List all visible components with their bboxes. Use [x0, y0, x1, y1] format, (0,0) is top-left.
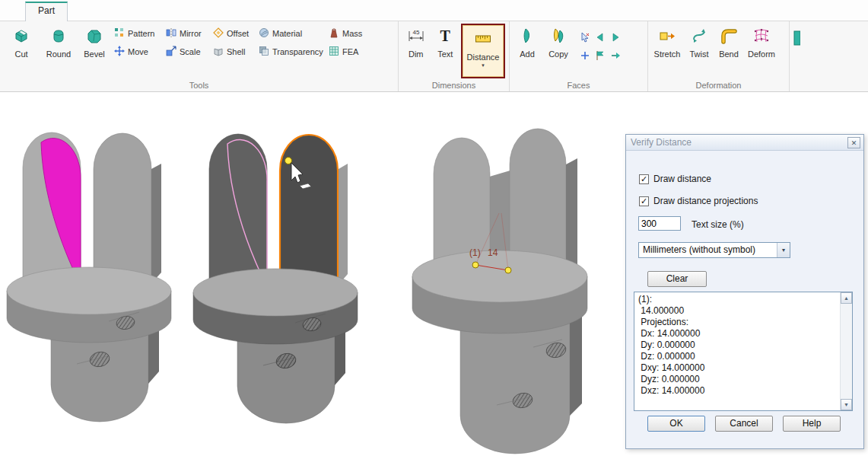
material-button[interactable]: Material: [256, 27, 326, 40]
bend-button[interactable]: Bend: [714, 23, 743, 78]
move-label: Move: [128, 47, 148, 56]
right-prong-face[interactable]: [94, 133, 151, 291]
faces-tool-cluster: [577, 23, 623, 65]
text-size-input[interactable]: [638, 216, 681, 231]
transparency-button[interactable]: Transparency: [256, 46, 326, 58]
verify-distance-dialog: Verify Distance ✕ ✓ Draw distance ✓ Draw…: [625, 134, 864, 449]
material-icon: [259, 27, 269, 40]
measure-point-2[interactable]: [505, 267, 511, 273]
part-model-3[interactable]: (1) 14: [407, 120, 620, 456]
right-prong-side[interactable]: [566, 158, 577, 277]
tab-part-label: Part: [38, 5, 55, 16]
deform-button[interactable]: Deform: [743, 23, 780, 78]
bend-label: Bend: [719, 49, 739, 59]
cut-button[interactable]: Cut: [2, 23, 40, 78]
text-button[interactable]: T Text: [431, 23, 459, 78]
copy-face-button[interactable]: Copy: [542, 23, 574, 78]
clear-button[interactable]: Clear: [647, 271, 707, 287]
dim-icon-text: 45: [412, 29, 419, 36]
face-select-icon[interactable]: [577, 28, 593, 46]
draw-projections-checkbox[interactable]: ✓ Draw distance projections: [639, 196, 758, 206]
cancel-button[interactable]: Cancel: [715, 416, 773, 432]
viewport-canvas[interactable]: (1) 14 Verify Distance ✕ ✓ Draw distance…: [0, 93, 868, 456]
part-model-1[interactable]: [4, 122, 183, 426]
ok-button[interactable]: OK: [647, 416, 705, 432]
shell-icon: [213, 46, 224, 58]
fea-label: FEA: [342, 47, 358, 56]
results-text: (1): 14.000000 Projections: Dx: 14.00000…: [638, 294, 837, 409]
stretch-icon: [659, 26, 676, 46]
results-box[interactable]: (1): 14.000000 Projections: Dx: 14.00000…: [634, 292, 853, 411]
stretch-button[interactable]: Stretch: [650, 23, 684, 78]
pattern-label: Pattern: [128, 29, 154, 38]
deform-icon: [753, 26, 770, 46]
add-face-button[interactable]: Add: [512, 23, 542, 78]
tools-group-label: Tools: [0, 81, 398, 90]
bevel-button[interactable]: Bevel: [77, 23, 112, 78]
distance-label: Distance: [467, 53, 500, 62]
twist-label: Twist: [689, 49, 708, 59]
units-selected-value: Millimeters (without symbol): [639, 243, 777, 257]
material-label: Material: [272, 29, 302, 38]
measure-point-1[interactable]: [472, 262, 479, 268]
right-prong-side[interactable]: [339, 164, 348, 285]
dim-label: Dim: [409, 49, 424, 59]
face-forward-icon[interactable]: [608, 46, 623, 65]
move-icon: [114, 46, 125, 58]
units-dropdown[interactable]: Millimeters (without symbol) ▾: [638, 242, 790, 258]
face-prev-icon[interactable]: [593, 28, 608, 46]
add-face-icon: [519, 26, 536, 46]
dimensions-buttons: 45 Dim T Text Distance ▼: [399, 21, 509, 79]
copy-face-label: Copy: [548, 49, 568, 59]
dim-button[interactable]: 45 Dim: [401, 23, 431, 78]
tab-part[interactable]: Part: [25, 2, 68, 21]
shell-button[interactable]: Shell: [211, 46, 256, 58]
scroll-up-icon[interactable]: ▲: [841, 292, 852, 304]
mass-icon: [329, 27, 339, 40]
dialog-titlebar[interactable]: Verify Distance: [626, 135, 863, 151]
results-scrollbar[interactable]: ▲ ▼: [840, 292, 852, 410]
add-face-label: Add: [520, 49, 535, 59]
dropdown-arrow-icon[interactable]: ▾: [777, 243, 790, 257]
clipped-button-icon[interactable]: [793, 29, 800, 52]
distance-button[interactable]: Distance ▼: [463, 25, 504, 77]
flange-top[interactable]: [7, 267, 171, 314]
dimensions-group-label: Dimensions: [399, 81, 509, 90]
faces-group-label: Faces: [510, 81, 647, 90]
stretch-label: Stretch: [654, 49, 681, 59]
dim-icon: 45: [408, 26, 424, 46]
tab-strip: Part: [0, 0, 868, 21]
round-label: Round: [46, 49, 71, 59]
text-label: Text: [437, 49, 453, 59]
twist-icon: [691, 26, 707, 46]
ribbon-group-tools: Cut Round Bevel Patt: [0, 21, 399, 91]
scroll-down-icon[interactable]: ▼: [841, 399, 852, 410]
material-transparency-stack: Material Transparency: [256, 23, 326, 58]
face-next-icon[interactable]: [608, 28, 623, 46]
mass-button[interactable]: Mass: [326, 27, 369, 40]
face-flag-icon[interactable]: [593, 46, 608, 65]
draw-distance-checkbox[interactable]: ✓ Draw distance: [639, 174, 711, 184]
scale-icon: [166, 46, 176, 58]
scale-button[interactable]: Scale: [164, 46, 211, 58]
distance-dropdown-caret-icon[interactable]: ▼: [481, 63, 485, 68]
flange-top[interactable]: [193, 269, 358, 316]
flange-top[interactable]: [412, 250, 587, 302]
face-add-icon[interactable]: [577, 46, 593, 65]
mirror-button[interactable]: Mirror: [164, 27, 211, 40]
bevel-icon: [86, 26, 103, 46]
round-icon: [50, 26, 67, 46]
twist-button[interactable]: Twist: [684, 23, 714, 78]
tools-buttons: Cut Round Bevel Patt: [0, 21, 398, 79]
part-model-2[interactable]: [190, 123, 369, 428]
mass-label: Mass: [342, 29, 362, 38]
offset-button[interactable]: Offset: [211, 27, 256, 40]
right-prong-side[interactable]: [151, 164, 161, 283]
close-icon[interactable]: ✕: [847, 137, 860, 148]
pattern-button[interactable]: Pattern: [112, 27, 164, 40]
help-button[interactable]: Help: [783, 416, 841, 432]
ribbon-group-faces: Add Copy Faces: [510, 21, 648, 91]
fea-button[interactable]: FEA: [326, 46, 369, 58]
round-button[interactable]: Round: [40, 23, 77, 78]
move-button[interactable]: Move: [112, 46, 164, 58]
